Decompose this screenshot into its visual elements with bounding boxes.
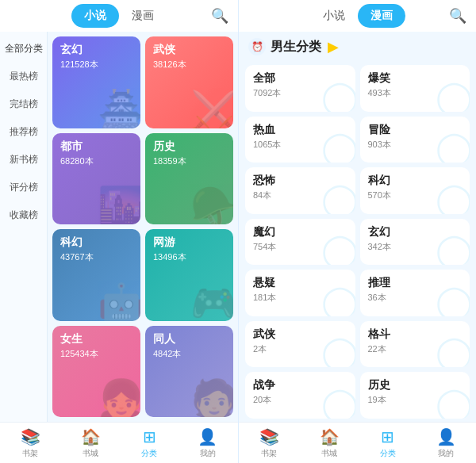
right-card-kehuan[interactable]: 科幻 570本 ◯ (360, 167, 470, 214)
sidebar-item-rating[interactable]: 评分榜 (0, 174, 47, 201)
right-search-icon[interactable]: 🔍 (449, 7, 466, 25)
right-card-maoxian[interactable]: 冒险 903本 ◯ (360, 117, 470, 163)
right-tab-manga[interactable]: 漫画 (358, 4, 405, 28)
rc-title-gedou: 格斗 (368, 327, 463, 342)
left-nav-mine[interactable]: 👤 我的 (198, 427, 217, 459)
sidebar-item-allcategory[interactable]: 全部分类 (0, 35, 47, 63)
sidebar-item-complete[interactable]: 完结榜 (0, 90, 47, 118)
male-category-header: ⏰ 男生分类 ▶ (239, 32, 476, 62)
category-arrow-icon[interactable]: ▶ (328, 38, 339, 55)
genre-card-kehuan[interactable]: 科幻 43767本 🤖 (52, 229, 140, 321)
genre-card-wangyou[interactable]: 网游 13496本 🎮 (145, 229, 233, 321)
sidebar-item-favorite[interactable]: 收藏榜 (0, 201, 47, 229)
genre-bg-dushi: 🌆 (98, 185, 140, 224)
mine-icon: 👤 (198, 427, 217, 446)
category-clock-icon: ⏰ (248, 38, 266, 55)
genre-card-tongren[interactable]: 同人 4842本 🧑 (145, 326, 233, 418)
right-card-gedou[interactable]: 格斗 22本 ◯ (360, 321, 470, 368)
genre-count-xuanhuan: 121528本 (60, 59, 132, 71)
rc-title-mohuan: 魔幻 (253, 225, 347, 239)
rc-title-lishi: 历史 (368, 378, 463, 392)
genre-count-kehuan: 43767本 (60, 251, 132, 263)
right-card-xuanyi[interactable]: 悬疑 181本 ◯ (245, 270, 355, 316)
genre-title-tongren: 同人 (153, 332, 225, 346)
category-title: 男生分类 (271, 39, 321, 55)
sidebar-item-hottest[interactable]: 最热榜 (0, 63, 47, 90)
rc-title-baoxiao: 爆笑 (368, 71, 463, 86)
left-panel: 小说 漫画 🔍 全部分类 最热榜 完结榜 推荐榜 新书榜 评分榜 收藏榜 玄幻 … (0, 0, 238, 463)
genre-title-wangyou: 网游 (153, 235, 225, 250)
rc-title-all: 全部 (253, 71, 347, 86)
genre-bg-wuxia: ⚔️ (190, 89, 233, 128)
right-nav-bookstore-label: 书城 (321, 448, 337, 459)
left-search-icon[interactable]: 🔍 (211, 7, 228, 25)
genre-bg-xuanhuan: 🏯 (98, 89, 140, 128)
rc-count-lishi: 19本 (368, 394, 463, 406)
genre-title-xuanhuan: 玄幻 (60, 43, 132, 57)
genre-count-nvsheng: 125434本 (60, 348, 132, 360)
right-card-xuanhuan[interactable]: 玄幻 342本 ◯ (360, 219, 470, 266)
right-nav-mine[interactable]: 👤 我的 (436, 427, 456, 459)
left-nav-bookshelf[interactable]: 📚 书架 (21, 427, 40, 459)
rc-count-tuili: 36本 (368, 292, 463, 304)
right-card-all[interactable]: 全部 7092本 ◯ (245, 65, 355, 112)
sidebar-item-recommend[interactable]: 推荐榜 (0, 118, 47, 146)
genre-card-lishi[interactable]: 历史 18359本 🪖 (145, 133, 233, 225)
genre-title-wuxia: 武侠 (153, 43, 225, 57)
rc-title-kehuan: 科幻 (368, 174, 463, 188)
right-card-mohuan[interactable]: 魔幻 754本 ◯ (245, 219, 355, 266)
rc-count-wuxia: 2本 (253, 343, 347, 355)
right-card-zhanzheng[interactable]: 战争 20本 ◯ (245, 372, 355, 419)
genre-count-tongren: 4842本 (153, 348, 225, 360)
genre-count-lishi: 18359本 (153, 155, 225, 167)
rc-title-kongbu: 恐怖 (253, 174, 347, 188)
rc-title-xuanyi: 悬疑 (253, 276, 347, 290)
rc-count-gedou: 22本 (368, 343, 463, 355)
genre-bg-nvsheng: 👧 (98, 377, 140, 417)
genre-count-dushi: 68280本 (60, 155, 132, 167)
clock-symbol: ⏰ (251, 41, 263, 52)
right-card-kongbu[interactable]: 恐怖 84本 ◯ (245, 167, 355, 214)
genre-title-lishi: 历史 (153, 140, 225, 154)
rc-count-mohuan: 754本 (253, 241, 347, 253)
left-sidebar: 全部分类 最热榜 完结榜 推荐榜 新书榜 评分榜 收藏榜 (0, 32, 48, 422)
left-tab-manga[interactable]: 漫画 (119, 4, 167, 28)
rc-count-maoxian: 903本 (368, 139, 463, 151)
left-genre-grid: 玄幻 121528本 🏯 武侠 38126本 ⚔️ 都市 68280本 🌆 历史… (48, 32, 238, 422)
right-card-lishi[interactable]: 历史 19本 ◯ (360, 372, 470, 419)
rc-count-baoxiao: 493本 (368, 87, 463, 99)
genre-card-nvsheng[interactable]: 女生 125434本 👧 (52, 326, 140, 418)
left-nav-mine-label: 我的 (200, 448, 216, 459)
right-tab-novel[interactable]: 小说 (310, 4, 358, 28)
right-card-wuxia[interactable]: 武侠 2本 ◯ (245, 321, 355, 368)
rc-title-rexue: 热血 (253, 123, 347, 137)
right-panel: 小说 漫画 🔍 ⏰ 男生分类 ▶ 全部 7092本 ◯ 爆笑 493本 ◯ 热血… (238, 0, 476, 463)
genre-card-wuxia[interactable]: 武侠 38126本 ⚔️ (145, 36, 233, 128)
right-nav-category-label: 分类 (380, 448, 396, 459)
right-nav-category[interactable]: ⊞ 分类 (380, 427, 396, 459)
right-bookstore-icon: 🏠 (320, 427, 340, 446)
genre-card-dushi[interactable]: 都市 68280本 🌆 (52, 133, 140, 225)
left-bottom-nav: 📚 书架 🏠 书城 ⊞ 分类 👤 我的 (0, 422, 238, 463)
left-nav-bookstore-label: 书城 (83, 448, 98, 459)
rc-title-maoxian: 冒险 (368, 123, 463, 137)
rc-count-rexue: 1065本 (253, 139, 347, 151)
right-card-baoxiao[interactable]: 爆笑 493本 ◯ (360, 65, 470, 112)
sidebar-item-newbook[interactable]: 新书榜 (0, 146, 47, 174)
right-nav-bookstore[interactable]: 🏠 书城 (320, 427, 340, 459)
left-nav-bookshelf-label: 书架 (22, 448, 38, 459)
genre-title-nvsheng: 女生 (60, 332, 132, 346)
right-card-tuili[interactable]: 推理 36本 ◯ (360, 270, 470, 316)
bookshelf-icon: 📚 (21, 427, 40, 446)
rc-count-kongbu: 84本 (253, 189, 347, 201)
right-card-rexue[interactable]: 热血 1065本 ◯ (245, 117, 355, 163)
genre-bg-tongren: 🧑 (190, 377, 233, 417)
left-tab-novel[interactable]: 小说 (71, 4, 119, 28)
right-nav-bookshelf[interactable]: 📚 书架 (259, 427, 279, 459)
right-nav-bookshelf-label: 书架 (261, 448, 277, 459)
left-nav-bookstore[interactable]: 🏠 书城 (81, 427, 101, 459)
rc-title-zhanzheng: 战争 (253, 378, 347, 392)
left-nav-category[interactable]: ⊞ 分类 (141, 427, 157, 459)
genre-card-xuanhuan[interactable]: 玄幻 121528本 🏯 (52, 36, 140, 128)
right-top-nav: 小说 漫画 🔍 (239, 0, 476, 32)
